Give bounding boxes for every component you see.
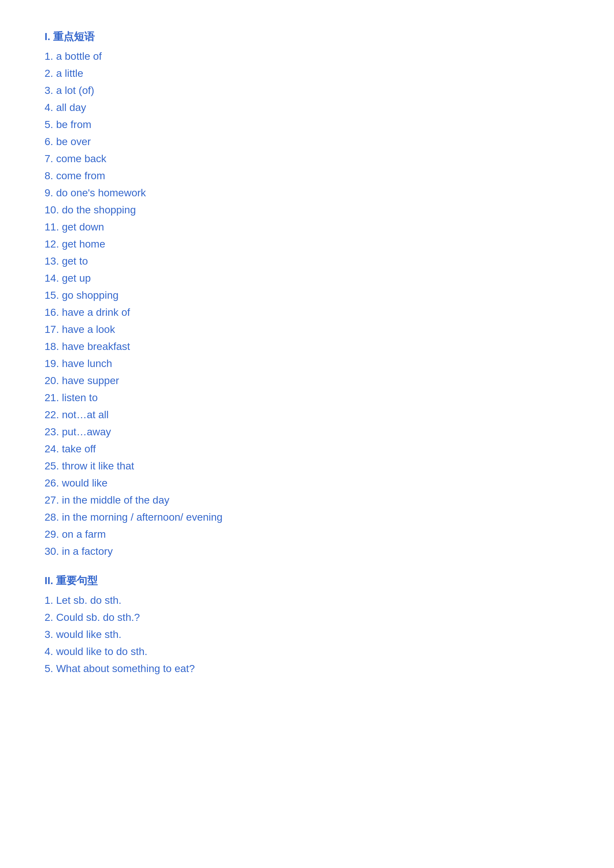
list-item: 15. go shopping xyxy=(45,290,569,301)
section1-container: I. 重点短语 1. a bottle of2. a little3. a lo… xyxy=(45,30,569,557)
list-item: 19. have lunch xyxy=(45,358,569,370)
list-item: 2. Could sb. do sth.? xyxy=(45,612,569,623)
section2-container: II. 重要句型 1. Let sb. do sth.2. Could sb. … xyxy=(45,574,569,675)
list-item: 12. get home xyxy=(45,238,569,250)
list-item: 1. a bottle of xyxy=(45,50,569,62)
list-item: 3. would like sth. xyxy=(45,629,569,640)
list-item: 20. have supper xyxy=(45,375,569,387)
list-item: 27. in the middle of the day xyxy=(45,494,569,506)
list-item: 4. all day xyxy=(45,102,569,113)
list-item: 13. get to xyxy=(45,255,569,267)
list-item: 16. have a drink of xyxy=(45,307,569,318)
list-item: 24. take off xyxy=(45,443,569,455)
section1-title: I. 重点短语 xyxy=(45,30,569,44)
list-item: 9. do one's homework xyxy=(45,187,569,199)
list-item: 5. be from xyxy=(45,119,569,131)
list-item: 7. come back xyxy=(45,153,569,165)
list-item: 18. have breakfast xyxy=(45,341,569,353)
list-item: 1. Let sb. do sth. xyxy=(45,595,569,606)
list-item: 2. a little xyxy=(45,68,569,79)
list-item: 17. have a look xyxy=(45,324,569,335)
list-item: 26. would like xyxy=(45,477,569,489)
list-item: 10. do the shopping xyxy=(45,204,569,216)
list-item: 23. put…away xyxy=(45,426,569,438)
section2-list: 1. Let sb. do sth.2. Could sb. do sth.?3… xyxy=(45,595,569,675)
list-item: 14. get up xyxy=(45,273,569,284)
list-item: 3. a lot (of) xyxy=(45,85,569,96)
list-item: 6. be over xyxy=(45,136,569,148)
list-item: 25. throw it like that xyxy=(45,460,569,472)
list-item: 30. in a factory xyxy=(45,546,569,557)
list-item: 11. get down xyxy=(45,221,569,233)
list-item: 22. not…at all xyxy=(45,409,569,421)
list-item: 4. would like to do sth. xyxy=(45,646,569,657)
list-item: 29. on a farm xyxy=(45,529,569,540)
section1-list: 1. a bottle of2. a little3. a lot (of)4.… xyxy=(45,50,569,557)
section2-title: II. 重要句型 xyxy=(45,574,569,588)
list-item: 5. What about something to eat? xyxy=(45,663,569,675)
list-item: 21. listen to xyxy=(45,392,569,404)
list-item: 8. come from xyxy=(45,170,569,182)
list-item: 28. in the morning / afternoon/ evening xyxy=(45,512,569,523)
